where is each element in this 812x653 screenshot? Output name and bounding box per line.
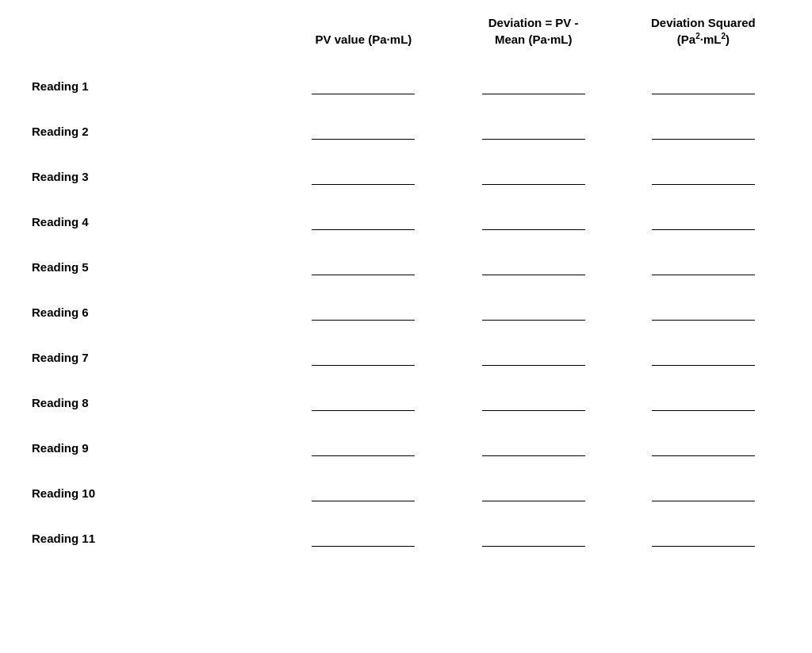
pv-value-cell[interactable] [278, 425, 448, 471]
deviation-squared-input[interactable] [652, 440, 755, 456]
row-label: Reading 10 [24, 471, 278, 516]
deviation-input[interactable] [482, 123, 585, 140]
pv-value-cell[interactable] [278, 516, 448, 561]
deviation-input[interactable] [482, 304, 585, 321]
deviation-cell[interactable] [449, 380, 619, 425]
deviation-squared-cell[interactable] [619, 244, 788, 290]
deviation-squared-cell[interactable] [619, 380, 788, 425]
deviation-cell[interactable] [449, 199, 619, 244]
table-container: PV value (Pa·mL) Deviation = PV -Mean (P… [0, 0, 812, 585]
deviation-input[interactable] [482, 78, 585, 94]
col-header-pv: PV value (Pa·mL) [278, 8, 448, 63]
pv-value-input[interactable] [312, 530, 415, 547]
deviation-squared-input[interactable] [652, 213, 755, 230]
col-header-deviation-squared: Deviation Squared(Pa2·mL2) [619, 8, 788, 63]
deviation-squared-input[interactable] [652, 530, 755, 547]
table-row: Reading 9 [24, 425, 788, 471]
pv-value-cell[interactable] [278, 109, 448, 154]
deviation-squared-input[interactable] [652, 394, 755, 411]
pv-value-input[interactable] [312, 304, 415, 321]
row-label: Reading 6 [24, 290, 278, 335]
deviation-cell[interactable] [449, 109, 619, 154]
deviation-cell[interactable] [449, 335, 619, 380]
pv-value-input[interactable] [312, 123, 415, 140]
deviation-cell[interactable] [449, 290, 619, 335]
pv-value-cell[interactable] [278, 471, 448, 516]
table-row: Reading 8 [24, 380, 788, 425]
deviation-cell[interactable] [449, 425, 619, 471]
pv-value-cell[interactable] [278, 199, 448, 244]
deviation-cell[interactable] [449, 516, 619, 561]
deviation-input[interactable] [482, 530, 585, 547]
row-label: Reading 3 [24, 154, 278, 199]
table-row: Reading 1 [24, 63, 788, 109]
pv-value-cell[interactable] [278, 244, 448, 290]
deviation-squared-input[interactable] [652, 304, 755, 321]
col-header-deviation: Deviation = PV -Mean (Pa·mL) [449, 8, 619, 63]
deviation-cell[interactable] [449, 154, 619, 199]
deviation-input[interactable] [482, 213, 585, 230]
pv-value-input[interactable] [312, 349, 415, 366]
deviation-squared-cell[interactable] [619, 290, 788, 335]
pv-value-input[interactable] [312, 394, 415, 411]
deviation-input[interactable] [482, 259, 585, 275]
deviation-squared-cell[interactable] [619, 471, 788, 516]
pv-value-cell[interactable] [278, 154, 448, 199]
pv-value-input[interactable] [312, 168, 415, 185]
deviation-cell[interactable] [449, 244, 619, 290]
table-row: Reading 2 [24, 109, 788, 154]
deviation-cell[interactable] [449, 471, 619, 516]
deviation-squared-input[interactable] [652, 349, 755, 366]
readings-table: PV value (Pa·mL) Deviation = PV -Mean (P… [24, 8, 788, 561]
deviation-squared-cell[interactable] [619, 425, 788, 471]
row-label: Reading 4 [24, 199, 278, 244]
table-row: Reading 6 [24, 290, 788, 335]
deviation-squared-input[interactable] [652, 168, 755, 185]
deviation-squared-input[interactable] [652, 78, 755, 94]
pv-value-input[interactable] [312, 485, 415, 501]
row-label: Reading 1 [24, 63, 278, 109]
deviation-input[interactable] [482, 485, 585, 501]
deviation-squared-cell[interactable] [619, 109, 788, 154]
deviation-squared-input[interactable] [652, 259, 755, 275]
row-label: Reading 8 [24, 380, 278, 425]
pv-value-input[interactable] [312, 259, 415, 275]
deviation-squared-cell[interactable] [619, 63, 788, 109]
deviation-squared-input[interactable] [652, 123, 755, 140]
deviation-squared-cell[interactable] [619, 199, 788, 244]
deviation-input[interactable] [482, 440, 585, 456]
deviation-input[interactable] [482, 349, 585, 366]
row-label: Reading 5 [24, 244, 278, 290]
pv-value-cell[interactable] [278, 290, 448, 335]
table-row: Reading 3 [24, 154, 788, 199]
col-header-label [24, 8, 278, 63]
row-label: Reading 7 [24, 335, 278, 380]
pv-value-cell[interactable] [278, 63, 448, 109]
row-label: Reading 9 [24, 425, 278, 471]
row-label: Reading 11 [24, 516, 278, 561]
deviation-squared-input[interactable] [652, 485, 755, 501]
table-row: Reading 5 [24, 244, 788, 290]
deviation-squared-cell[interactable] [619, 335, 788, 380]
row-label: Reading 2 [24, 109, 278, 154]
deviation-input[interactable] [482, 394, 585, 411]
pv-value-input[interactable] [312, 213, 415, 230]
deviation-cell[interactable] [449, 63, 619, 109]
pv-value-cell[interactable] [278, 380, 448, 425]
pv-value-input[interactable] [312, 440, 415, 456]
pv-value-cell[interactable] [278, 335, 448, 380]
deviation-input[interactable] [482, 168, 585, 185]
deviation-squared-cell[interactable] [619, 154, 788, 199]
table-row: Reading 11 [24, 516, 788, 561]
table-row: Reading 10 [24, 471, 788, 516]
table-row: Reading 7 [24, 335, 788, 380]
deviation-squared-cell[interactable] [619, 516, 788, 561]
table-row: Reading 4 [24, 199, 788, 244]
pv-value-input[interactable] [312, 78, 415, 94]
